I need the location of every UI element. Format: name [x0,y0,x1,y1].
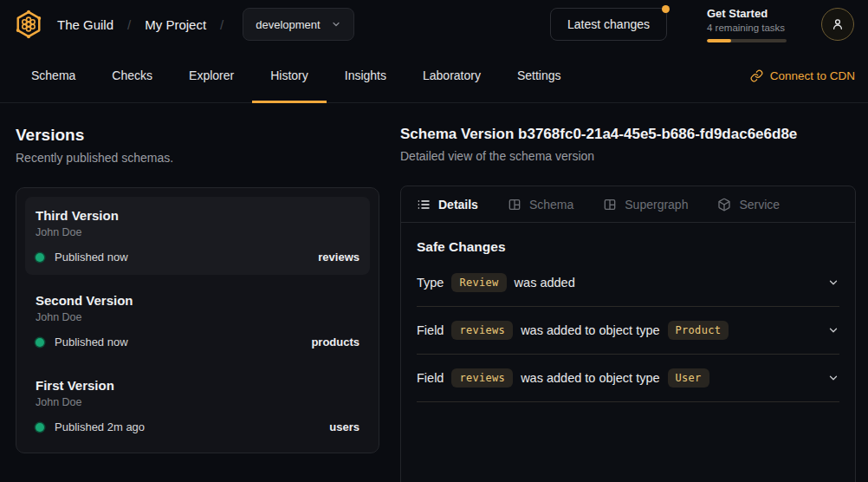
get-started-subtitle: 4 remaining tasks [707,23,787,33]
columns-icon [508,198,521,212]
version-service-name: reviews [318,251,360,264]
change-row[interactable]: Fieldreviewswas added to object typeUser [417,355,839,402]
target-selector-dropdown[interactable]: development [243,8,353,41]
change-text: was added to object type [521,323,659,337]
nav-tab-insights[interactable]: Insights [327,49,405,102]
list-icon [417,198,431,212]
version-author: John Doe [36,226,360,238]
version-meta: Published nowproducts [36,335,360,348]
change-text: Type [417,276,444,290]
expand-chevron-icon[interactable] [827,277,839,289]
change-code-badge: Review [451,273,506,292]
nav-tab-laboratory[interactable]: Laboratory [405,49,499,102]
link-icon [750,69,763,82]
schema-version-title: Schema Version b3768fc0-21a4-45e5-b686-f… [400,126,856,143]
versions-subtitle: Recently published schemas. [16,151,379,165]
connect-to-cdn-button[interactable]: Connect to CDN [750,69,855,82]
detail-tab-label: Schema [529,198,573,212]
hive-logo-icon[interactable] [14,10,43,39]
header-actions: Latest changes Get Started 4 remaining t… [550,7,854,42]
published-status-dot-icon [36,338,44,347]
project-nav: SchemaChecksExplorerHistoryInsightsLabor… [0,49,868,103]
version-detail-card: DetailsSchemaSupergraphService Safe Chan… [400,186,856,482]
detail-tab-schema[interactable]: Schema [508,198,573,212]
version-meta: Published 2m agousers [36,420,360,433]
main-content: Versions Recently published schemas. Thi… [0,103,868,482]
latest-changes-button[interactable]: Latest changes [550,8,667,41]
change-code-badge: Product [668,321,729,340]
target-selector-value: development [256,18,320,31]
version-list-item[interactable]: Third VersionJohn DoePublished nowreview… [25,197,370,275]
expand-chevron-icon[interactable] [827,324,839,336]
change-text: Field [417,323,444,337]
change-text: was added [515,276,575,290]
get-started-progress-track [707,39,787,42]
progress-fill [707,39,731,42]
version-service-name: products [311,335,360,348]
change-code-badge: reviews [451,368,513,388]
notification-dot [662,5,670,13]
cube-icon [717,198,731,212]
changes-list: TypeReviewwas addedFieldreviewswas added… [417,259,839,402]
expand-chevron-icon[interactable] [827,372,839,384]
latest-changes-label: Latest changes [567,17,650,31]
breadcrumb-separator: / [220,17,223,32]
get-started-title: Get Started [707,7,787,20]
detail-tabs: DetailsSchemaSupergraphService [401,186,855,223]
version-name: Third Version [36,208,360,223]
detail-tab-service[interactable]: Service [717,198,780,212]
detail-tab-supergraph[interactable]: Supergraph [603,198,688,212]
safe-changes-title: Safe Changes [417,239,839,255]
columns-icon [603,198,617,212]
version-name: First Version [36,378,360,393]
change-code-badge: User [668,368,709,388]
detail-tab-details[interactable]: Details [417,198,478,212]
get-started-widget[interactable]: Get Started 4 remaining tasks [707,7,787,42]
detail-tab-label: Details [438,198,478,212]
version-published-status: Published now [55,251,128,264]
connect-to-cdn-label: Connect to CDN [770,69,855,82]
top-header: The Guild / My Project / development Lat… [0,0,868,49]
user-avatar-button[interactable] [821,8,854,41]
version-published-status: Published 2m ago [55,420,145,433]
nav-tab-history[interactable]: History [252,49,327,102]
breadcrumb-project[interactable]: My Project [145,17,206,32]
detail-tab-label: Supergraph [625,198,688,212]
published-status-dot-icon [36,423,44,432]
versions-list: Third VersionJohn DoePublished nowreview… [16,187,379,453]
person-icon [831,17,845,31]
version-meta: Published nowreviews [36,251,360,264]
change-row[interactable]: Fieldreviewswas added to object typeProd… [417,307,839,355]
schema-version-subtitle: Detailed view of the schema version [400,149,856,163]
change-text: was added to object type [521,371,659,385]
detail-tab-label: Service [739,198,780,212]
version-list-item[interactable]: Second VersionJohn DoePublished nowprodu… [25,282,370,360]
versions-panel: Versions Recently published schemas. Thi… [16,103,379,482]
change-row[interactable]: TypeReviewwas added [417,259,839,307]
breadcrumb-org[interactable]: The Guild [57,17,113,32]
change-code-badge: reviews [451,321,513,340]
version-published-status: Published now [55,335,128,348]
version-author: John Doe [36,396,360,408]
published-status-dot-icon [36,253,44,262]
version-author: John Doe [36,311,360,323]
versions-title: Versions [16,126,379,145]
version-name: Second Version [36,293,360,308]
detail-body: Safe Changes TypeReviewwas addedFieldrev… [401,239,855,402]
nav-tab-explorer[interactable]: Explorer [171,49,252,102]
change-text: Field [417,371,444,385]
version-service-name: users [329,420,360,433]
chevron-down-icon [331,19,341,29]
nav-tab-settings[interactable]: Settings [499,49,580,102]
version-list-item[interactable]: First VersionJohn DoePublished 2m agouse… [25,367,370,445]
breadcrumb-separator: / [127,17,131,32]
nav-tabs: SchemaChecksExplorerHistoryInsightsLabor… [13,49,580,102]
breadcrumb: The Guild / My Project / development [14,8,354,41]
nav-tab-schema[interactable]: Schema [13,49,94,102]
nav-tab-checks[interactable]: Checks [94,49,171,102]
version-detail-panel: Schema Version b3768fc0-21a4-45e5-b686-f… [400,103,856,482]
